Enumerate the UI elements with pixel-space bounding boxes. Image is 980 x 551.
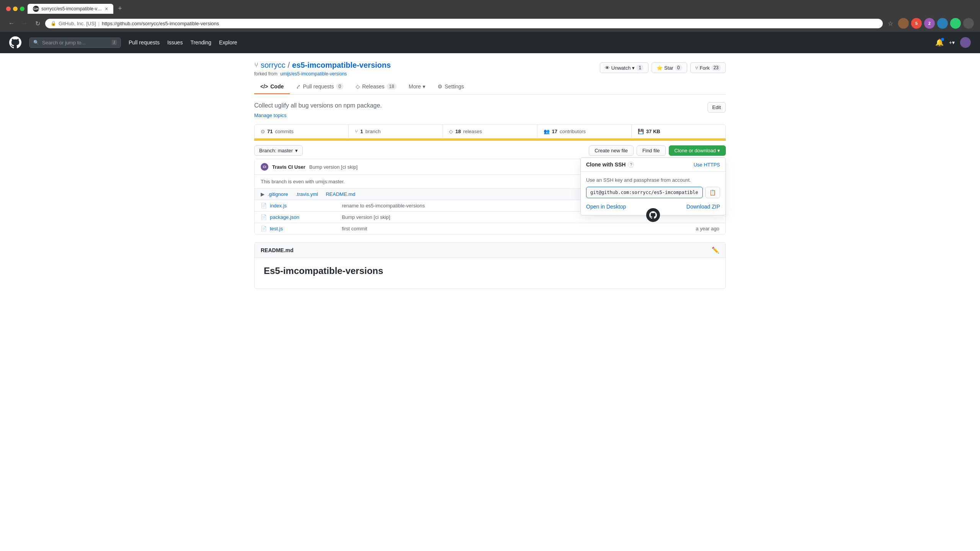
profile-icon-5[interactable]: [950, 18, 961, 29]
test-js-link[interactable]: test.js: [270, 226, 339, 231]
branch-selector[interactable]: Branch: master ▾: [254, 145, 303, 156]
gitignore-link[interactable]: .gitignore: [268, 191, 288, 197]
commit-user-avatar: CI: [261, 163, 268, 171]
index-js-link[interactable]: index.js: [270, 203, 339, 209]
notification-dot: [941, 38, 944, 41]
nav-explore[interactable]: Explore: [219, 39, 237, 46]
commits-icon: ⊙: [261, 129, 265, 134]
address-bar[interactable]: 🔒 GitHub, Inc. [US] | https://github.com…: [45, 19, 883, 28]
github-logo[interactable]: [9, 36, 21, 49]
search-box[interactable]: 🔍 Search or jump to... /: [29, 37, 121, 48]
manage-topics-link[interactable]: Manage topics: [254, 112, 287, 118]
code-icon: </>: [260, 83, 268, 90]
clone-dropdown-container: Clone or download ▾ Clone with SSH ? Use…: [669, 145, 726, 156]
star-button[interactable]: ⭐ Star 0: [652, 62, 687, 73]
dot-green: [20, 7, 24, 11]
file-icon-package: 📄: [261, 214, 267, 220]
nav-pull-requests[interactable]: Pull requests: [129, 39, 160, 46]
tab-title: sorrycc/es5-imcompatible-ver...: [41, 6, 103, 11]
test-commit-msg: first commit: [342, 226, 693, 231]
unwatch-button[interactable]: 👁 Unwatch ▾ 1: [600, 62, 648, 73]
nav-trending[interactable]: Trending: [190, 39, 211, 46]
commit-user: Travis CI User: [272, 164, 305, 170]
file-actions: Create new file Find file Clone or downl…: [589, 145, 726, 156]
download-zip-link[interactable]: Download ZIP: [686, 204, 720, 210]
clone-help-icon[interactable]: ?: [628, 161, 634, 168]
browser-chrome: GH sorrycc/es5-imcompatible-ver... × + ←…: [0, 0, 980, 32]
clone-description: Use an SSH key and passphrase from accou…: [586, 177, 720, 183]
eye-icon: 👁: [605, 65, 610, 71]
travis-yml-link[interactable]: .travis.yml: [296, 191, 318, 197]
profile-icon-3[interactable]: 2: [924, 18, 935, 29]
find-file-button[interactable]: Find file: [637, 145, 666, 156]
tab-code[interactable]: </> Code: [254, 80, 290, 94]
tab-pull-requests[interactable]: ⤤ Pull requests 0: [290, 80, 350, 94]
repo-actions: 👁 Unwatch ▾ 1 ⭐ Star 0 ⑂ Fork 23: [600, 62, 726, 73]
tab-settings[interactable]: ⚙ Settings: [431, 80, 470, 94]
clone-url-input[interactable]: [586, 187, 703, 198]
fork-button[interactable]: ⑂ Fork 23: [690, 62, 726, 73]
star-count: 0: [675, 65, 682, 71]
user-avatar[interactable]: [960, 37, 971, 48]
notification-bell[interactable]: 🔔: [935, 38, 944, 47]
branch-selector-label: Branch: master: [259, 148, 293, 153]
create-new-file-button[interactable]: Create new file: [589, 145, 634, 156]
forked-from: forked from umijs/es5-imcompatible-versi…: [254, 71, 391, 77]
package-json-link[interactable]: package.json: [270, 214, 339, 220]
readme-filename: README.md: [261, 247, 294, 253]
readme-heading: Es5-imcompatible-versions: [264, 266, 383, 276]
edit-description-button[interactable]: Edit: [707, 102, 726, 112]
repo-owner-link[interactable]: sorrycc: [261, 61, 285, 70]
pr-badge: 0: [336, 83, 343, 90]
clone-copy-button[interactable]: 📋: [705, 187, 720, 198]
commits-stat[interactable]: ⊙ 71 commits: [255, 125, 349, 138]
branch-icon: ⑂: [355, 129, 358, 134]
clone-modal-header: Clone with SSH ? Use HTTPS: [581, 158, 725, 172]
repo-name-link[interactable]: es5-imcompatible-versions: [292, 61, 391, 70]
file-row-test: 📄 test.js first commit a year ago: [255, 223, 725, 234]
fork-source-link[interactable]: umijs/es5-imcompatible-versions: [280, 71, 347, 77]
tab-more[interactable]: More ▾: [403, 80, 431, 94]
forward-button[interactable]: →: [19, 18, 30, 29]
contributors-icon: 👥: [544, 129, 550, 134]
profile-icon-6[interactable]: [963, 18, 974, 29]
releases-badge: 18: [387, 83, 396, 90]
github-navbar: 🔍 Search or jump to... / Pull requests I…: [0, 32, 980, 53]
open-in-desktop-link[interactable]: Open in Desktop: [586, 204, 626, 210]
branch-chevron-icon: ▾: [295, 148, 298, 153]
repo-type-icon: ⑂: [254, 61, 258, 69]
back-button[interactable]: ←: [6, 18, 17, 29]
nav-links: Pull requests Issues Trending Explore: [129, 39, 237, 46]
readme-edit-button[interactable]: ✏️: [712, 246, 719, 254]
language-bar: [254, 139, 726, 141]
bookmark-icon[interactable]: ☆: [885, 18, 896, 29]
nav-issues[interactable]: Issues: [167, 39, 183, 46]
dot-yellow: [13, 7, 18, 11]
profile-icon-1[interactable]: [898, 18, 909, 29]
contributors-stat[interactable]: 👥 17 contributors: [537, 125, 632, 138]
tab-releases[interactable]: ◇ Releases 18: [350, 80, 403, 94]
repo-tabs: </> Code ⤤ Pull requests 0 ◇ Releases 18…: [254, 80, 726, 95]
plus-menu[interactable]: +▾: [949, 39, 955, 46]
url-text: https://github.com/sorrycc/es5-imcompati…: [102, 21, 877, 26]
profile-icon-4[interactable]: [937, 18, 948, 29]
branches-stat[interactable]: ⑂ 1 branch: [349, 125, 443, 138]
readme-content-area: Es5-imcompatible-versions: [255, 258, 725, 289]
profile-icon-2[interactable]: 5: [911, 18, 922, 29]
more-chevron-icon: ▾: [423, 83, 425, 90]
readme-link[interactable]: README.md: [326, 191, 355, 197]
settings-gear-icon: ⚙: [438, 83, 443, 90]
pr-icon: ⤤: [296, 83, 301, 90]
use-https-link[interactable]: Use HTTPS: [694, 162, 720, 168]
repo-description: Collect uglify all bug versions on npm p…: [254, 102, 382, 109]
clone-chevron-icon: ▾: [717, 148, 720, 153]
repo-header: ⑂ sorrycc / es5-imcompatible-versions: [254, 61, 391, 70]
new-tab-button[interactable]: +: [116, 3, 124, 14]
browser-tab[interactable]: GH sorrycc/es5-imcompatible-ver... ×: [28, 4, 113, 14]
repo-separator: /: [287, 61, 290, 70]
refresh-button[interactable]: ↻: [32, 18, 43, 29]
dot-red: [6, 7, 11, 11]
clone-or-download-button[interactable]: Clone or download ▾: [669, 145, 726, 156]
releases-stat[interactable]: ◇ 18 releases: [443, 125, 537, 138]
tab-close-button[interactable]: ×: [105, 6, 108, 12]
